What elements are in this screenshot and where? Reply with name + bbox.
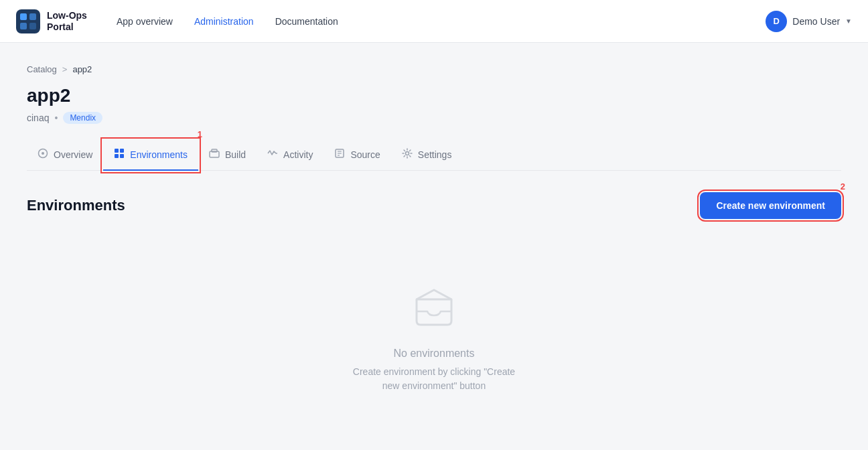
svg-point-17 <box>405 152 409 155</box>
create-environment-button[interactable]: Create new environment <box>700 192 841 219</box>
logo-icon <box>16 9 40 33</box>
tab-settings[interactable]: Settings <box>391 140 463 171</box>
user-name: Demo User <box>792 16 840 27</box>
empty-description: Create environment by clicking "Create n… <box>353 365 515 393</box>
header-left: Low-Ops Portal App overview Administrati… <box>16 9 346 33</box>
svg-rect-7 <box>115 149 119 153</box>
breadcrumb-catalog[interactable]: Catalog <box>27 64 57 74</box>
environments-icon <box>114 148 125 161</box>
annotation-2: 2 <box>841 181 845 192</box>
svg-rect-1 <box>20 13 27 20</box>
svg-rect-4 <box>29 23 36 29</box>
logo[interactable]: Low-Ops Portal <box>16 9 87 33</box>
meta-dot: • <box>54 112 58 123</box>
user-menu[interactable]: D Demo User ▼ <box>766 11 852 32</box>
overview-icon <box>38 148 48 161</box>
activity-icon <box>267 148 278 161</box>
page-title: app2 <box>27 85 841 106</box>
empty-title: No environments <box>394 348 475 360</box>
svg-rect-2 <box>29 13 36 20</box>
tab-source[interactable]: Source <box>323 140 390 171</box>
tab-activity[interactable]: Activity <box>257 140 323 171</box>
source-icon <box>334 148 345 161</box>
breadcrumb-current: app2 <box>72 64 92 74</box>
create-button-wrapper: 2 Create new environment <box>700 192 841 219</box>
breadcrumb: Catalog > app2 <box>27 64 841 74</box>
page-meta: cinaq • Mendix <box>27 112 841 124</box>
tab-environments[interactable]: 1 Environments <box>103 140 198 171</box>
svg-rect-0 <box>16 9 40 33</box>
breadcrumb-separator: > <box>62 64 68 74</box>
svg-point-6 <box>42 152 44 155</box>
svg-rect-10 <box>120 154 124 158</box>
svg-rect-12 <box>212 149 217 152</box>
tab-overview[interactable]: Overview <box>27 140 103 171</box>
annotation-1: 1 <box>198 129 202 139</box>
platform-badge: Mendix <box>63 112 102 124</box>
main-nav: App overview Administration Documentatio… <box>108 11 346 32</box>
main-content: Catalog > app2 app2 cinaq • Mendix Overv… <box>0 43 868 450</box>
nav-administration[interactable]: Administration <box>186 11 262 32</box>
empty-state-icon <box>407 281 461 334</box>
svg-rect-3 <box>20 23 27 29</box>
tabs: Overview 1 Environments <box>27 140 841 170</box>
nav-app-overview[interactable]: App overview <box>108 11 181 32</box>
header: Low-Ops Portal App overview Administrati… <box>0 0 868 43</box>
tab-build[interactable]: Build <box>198 140 257 171</box>
chevron-down-icon: ▼ <box>845 17 852 25</box>
org-label: cinaq <box>27 112 49 123</box>
settings-icon <box>402 148 413 161</box>
nav-documentation[interactable]: Documentation <box>267 11 346 32</box>
empty-state: No environments Create environment by cl… <box>27 240 841 433</box>
tabs-container: Overview 1 Environments <box>27 140 841 171</box>
section-header: Environments 2 Create new environment <box>27 192 841 219</box>
section-title: Environments <box>27 197 125 214</box>
svg-rect-9 <box>115 154 119 158</box>
avatar: D <box>766 11 787 32</box>
build-icon <box>209 148 220 161</box>
svg-rect-8 <box>120 149 124 153</box>
logo-text: Low-Ops Portal <box>47 10 87 33</box>
